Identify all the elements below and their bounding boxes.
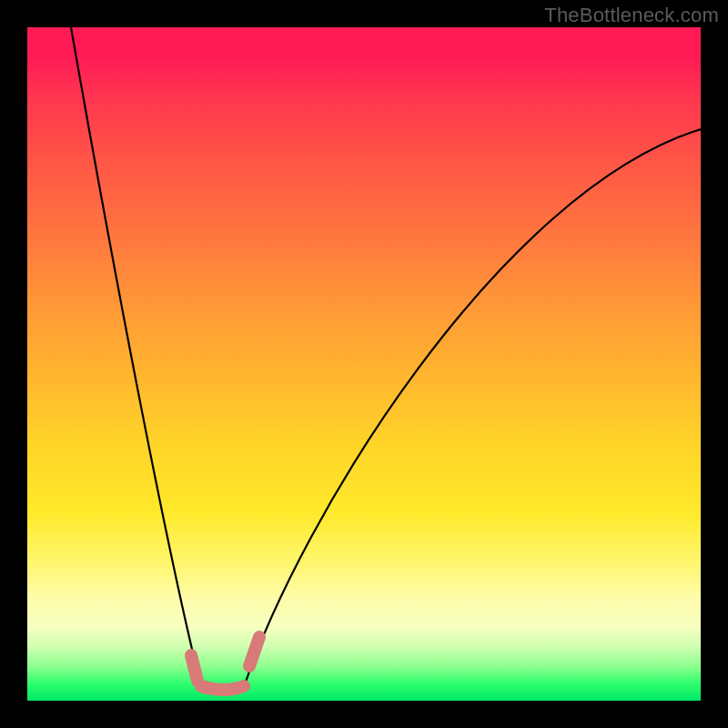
chart-stage: TheBottleneck.com bbox=[0, 0, 728, 728]
highlight-u-bottom bbox=[201, 686, 244, 690]
curve-right-branch bbox=[244, 129, 701, 687]
highlight-left-pill bbox=[191, 655, 197, 681]
plot-area bbox=[27, 27, 701, 701]
curve-layer bbox=[27, 27, 701, 701]
watermark-text: TheBottleneck.com bbox=[544, 4, 719, 27]
curve-left-branch bbox=[71, 27, 201, 687]
highlight-right-pill bbox=[249, 637, 259, 666]
